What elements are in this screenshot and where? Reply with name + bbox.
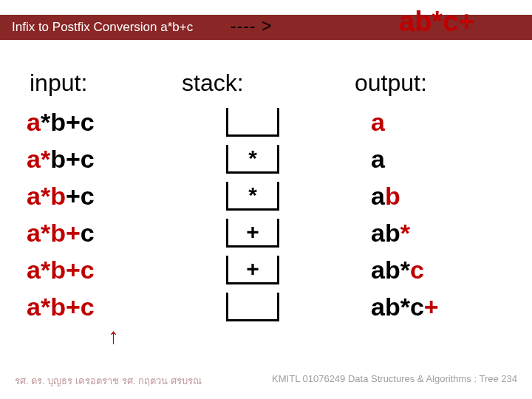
output-cell: a (327, 145, 385, 174)
input-processed: a (27, 108, 41, 136)
output-new: b (385, 182, 400, 210)
output-new: a (371, 108, 385, 136)
header-arrow: ---- > (231, 16, 272, 36)
stack-box: + (226, 219, 279, 248)
header-result: ab*c+ (399, 6, 474, 38)
input-processed: a*b+ (27, 219, 81, 247)
table-row: a*b+ca (0, 103, 532, 140)
table-row: a*b+c*ab (0, 177, 532, 214)
stack-box: * (226, 145, 279, 174)
col-header-output: output: (355, 69, 427, 97)
input-cell: a*b+c (0, 219, 179, 248)
stack-cell (179, 293, 327, 321)
input-remaining: b+c (50, 145, 95, 173)
output-new: * (400, 219, 410, 247)
input-cell: a*b+c (0, 108, 179, 137)
slide-footer: รศ. ดร. บุญธร เครอตราช รศ. กฤตวน ศรบรณ K… (0, 373, 532, 389)
input-cell: a*b+c (0, 293, 179, 321)
output-cell: ab (327, 182, 400, 211)
input-processed: a* (27, 145, 50, 173)
stack-box (226, 108, 279, 137)
output-cell: ab*c (327, 256, 424, 284)
cursor-arrow-icon: ↑ (108, 324, 119, 349)
input-cell: a*b+c (0, 182, 179, 211)
output-existing: ab*c (371, 293, 424, 321)
output-cell: a (327, 108, 385, 137)
input-remaining: c (81, 219, 95, 247)
conversion-table: a*b+caa*b+c*aa*b+c*aba*b+c+ab*a*b+c+ab*c… (0, 103, 532, 325)
col-header-stack: stack: (182, 69, 244, 97)
footer-authors: รศ. ดร. บุญธร เครอตราช รศ. กฤตวน ศรบรณ (15, 373, 202, 389)
output-cell: ab*c+ (327, 293, 439, 321)
stack-box: * (226, 182, 279, 211)
stack-cell: * (179, 145, 327, 174)
stack-cell (179, 108, 327, 137)
input-remaining: +c (66, 182, 95, 210)
input-remaining: *b+c (41, 108, 95, 136)
output-existing: a (371, 145, 385, 173)
input-processed: a*b+c (27, 293, 95, 321)
stack-cell: * (179, 182, 327, 211)
input-cell: a*b+c (0, 145, 179, 174)
table-row: a*b+c*a (0, 140, 532, 177)
output-new: + (424, 293, 439, 321)
footer-course: KMITL 01076249 Data Structures & Algorit… (272, 373, 517, 389)
input-processed: a*b (27, 182, 66, 210)
output-existing: ab (371, 219, 400, 247)
header-title: Infix to Postfix Conversion a*b+c (12, 20, 193, 35)
output-existing: a (371, 182, 385, 210)
stack-cell: + (179, 256, 327, 284)
output-cell: ab* (327, 219, 410, 248)
table-row: a*b+c+ab*c (0, 251, 532, 288)
output-new: c (410, 256, 424, 284)
output-existing: ab* (371, 256, 410, 284)
stack-cell: + (179, 219, 327, 248)
input-processed: a*b+c (27, 256, 95, 284)
stack-box: + (226, 256, 279, 284)
col-header-input: input: (30, 69, 87, 97)
input-cell: a*b+c (0, 256, 179, 284)
table-row: a*b+c+ab* (0, 214, 532, 251)
table-row: a*b+cab*c+ (0, 288, 532, 325)
stack-box (226, 293, 279, 321)
